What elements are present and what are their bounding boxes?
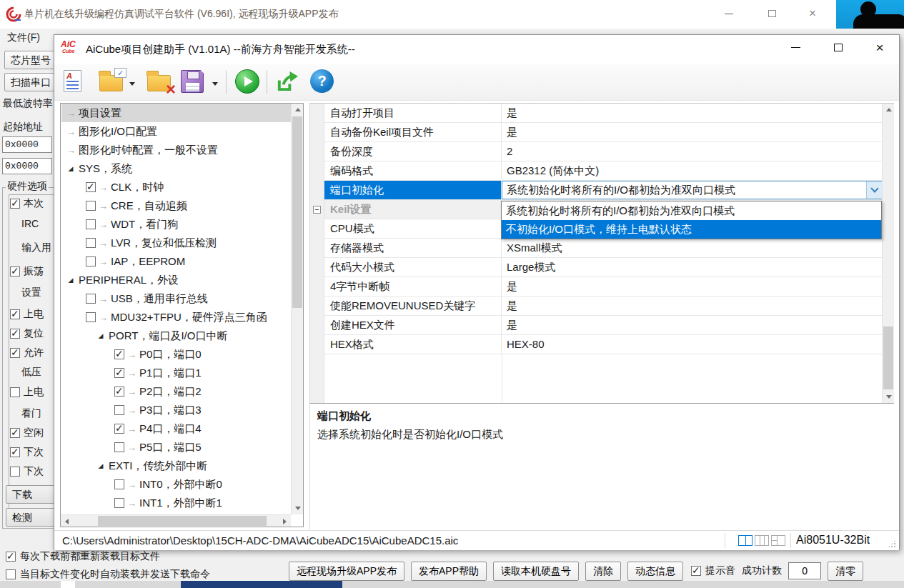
tree-checkbox[interactable] xyxy=(86,238,96,248)
open-project-button[interactable]: ✓ xyxy=(99,75,123,91)
left-panel-checkbox[interactable]: 允许 xyxy=(10,347,44,359)
tree-item[interactable]: EXTI，传统外部中断 xyxy=(61,457,292,475)
scroll-up-icon[interactable] xyxy=(292,104,304,116)
property-value[interactable]: 是 xyxy=(502,123,883,142)
export-button[interactable] xyxy=(274,70,298,94)
tree-item[interactable]: 项目设置 xyxy=(61,104,292,122)
property-label[interactable]: 自动备份Keil项目文件 xyxy=(324,123,502,142)
tree-item[interactable]: WDT，看门狗 xyxy=(61,215,292,234)
property-value[interactable]: 2 xyxy=(502,142,883,161)
grid-row[interactable]: HEX格式HEX-80 xyxy=(310,335,883,354)
tree-item[interactable]: P3口，端口3 xyxy=(61,401,292,419)
scroll-up-icon[interactable] xyxy=(883,104,894,116)
help-button[interactable]: ? xyxy=(310,69,334,93)
menu-file[interactable]: 文件(F) xyxy=(7,31,40,44)
address-field[interactable]: 0x0000 xyxy=(2,158,52,174)
checkbox-icon[interactable] xyxy=(10,266,20,276)
checkbox-icon[interactable] xyxy=(10,447,20,457)
open-dropdown-caret[interactable] xyxy=(129,82,135,86)
bottom-button[interactable]: 远程现场升级APP发布 xyxy=(289,562,404,581)
tree-checkbox[interactable] xyxy=(114,498,124,508)
tree-checkbox[interactable] xyxy=(114,349,124,359)
tree-checkbox[interactable] xyxy=(86,182,96,192)
tree-checkbox[interactable] xyxy=(114,368,124,378)
resize-grip[interactable] xyxy=(888,539,896,548)
tree-item[interactable]: 图形化时钟配置，一般不设置 xyxy=(61,141,292,159)
main-close-button[interactable]: × xyxy=(796,0,829,27)
left-panel-checkbox[interactable]: 复位 xyxy=(10,327,44,340)
combobox-dropdown-button[interactable] xyxy=(866,181,882,199)
success-count-field[interactable] xyxy=(788,562,821,579)
tree-item[interactable]: USB，通用串行总线 xyxy=(61,289,292,308)
tree-checkbox[interactable] xyxy=(114,424,124,434)
grid-row[interactable]: 代码大小模式Large模式 xyxy=(310,258,883,277)
tree-checkbox[interactable] xyxy=(114,442,124,452)
property-label[interactable]: 4字节中断帧 xyxy=(324,277,502,297)
tree-checkbox[interactable] xyxy=(86,219,96,229)
property-label[interactable]: 备份深度 xyxy=(324,142,502,161)
property-label[interactable]: Keil设置 xyxy=(324,200,502,219)
bottom-button[interactable]: 清除 xyxy=(585,562,621,581)
property-label[interactable]: 代码大小模式 xyxy=(324,258,502,277)
scrollbar-thumb[interactable] xyxy=(98,516,267,526)
dialog-minimize-button[interactable] xyxy=(780,35,811,59)
grid-row[interactable]: 自动打开项目是 xyxy=(310,104,883,123)
bottom-button[interactable]: 动态信息 xyxy=(627,562,683,581)
grid-row[interactable]: 创建HEX文件是 xyxy=(310,316,883,335)
main-minimize-button[interactable] xyxy=(712,0,745,27)
property-value[interactable]: XSmall模式 xyxy=(502,239,883,258)
property-value[interactable]: 是 xyxy=(502,316,883,335)
tree-checkbox[interactable] xyxy=(86,312,96,322)
left-panel-checkbox[interactable]: 振荡 xyxy=(10,265,44,278)
dialog-close-button[interactable]: × xyxy=(864,35,895,59)
save-project-button[interactable] xyxy=(181,70,204,93)
collapse-icon[interactable] xyxy=(313,206,321,214)
expanded-node-icon[interactable] xyxy=(66,276,76,284)
beep-checkbox[interactable]: 提示音 xyxy=(691,564,735,577)
port-init-combobox[interactable]: 系统初始化时将所有的I/O都初始为准双向口模式 xyxy=(502,181,883,199)
property-value[interactable]: 是 xyxy=(502,277,883,297)
property-label[interactable]: 使能REMOVEUNUSED关键字 xyxy=(324,297,502,316)
scroll-down-icon[interactable] xyxy=(292,502,304,514)
tree-item[interactable]: P0口，端口0 xyxy=(61,345,292,364)
tree-item[interactable]: INT1，外部中断1 xyxy=(61,494,292,512)
tree-checkbox[interactable] xyxy=(86,294,96,304)
close-project-button[interactable]: × xyxy=(147,75,171,91)
grid-row[interactable]: 备份深度2 xyxy=(310,142,883,161)
left-panel-button[interactable]: 扫描串口 xyxy=(4,73,57,91)
bottom-button[interactable]: 读取本机硬盘号 xyxy=(493,562,579,581)
property-value[interactable]: 是 xyxy=(502,104,883,123)
tree-item[interactable]: INT0，外部中断0 xyxy=(61,475,292,494)
grid-vertical-scrollbar[interactable] xyxy=(882,104,894,403)
property-value[interactable]: HEX-80 xyxy=(502,335,883,354)
checkbox-icon[interactable] xyxy=(6,552,16,562)
checkbox-icon[interactable] xyxy=(691,566,701,576)
tree-item[interactable]: CRE，自动追频 xyxy=(61,196,292,215)
property-label[interactable]: 创建HEX文件 xyxy=(324,316,502,335)
address-field[interactable]: 0x0000 xyxy=(2,136,52,153)
tree-item[interactable]: P1口，端口1 xyxy=(61,364,292,382)
reload-before-download-checkbox[interactable]: 每次下载前都重新装载目标文件 xyxy=(6,550,160,563)
tree-item[interactable]: P5口，端口5 xyxy=(61,438,292,457)
run-button[interactable] xyxy=(235,69,259,94)
left-panel-checkbox[interactable]: 本次 xyxy=(10,197,44,210)
tree-item[interactable]: P2口，端口2 xyxy=(61,382,292,401)
checkbox-icon[interactable] xyxy=(10,467,20,477)
tree-item[interactable]: PERIPHERAL，外设 xyxy=(61,271,292,289)
dropdown-item[interactable]: 系统初始化时将所有的I/O都初始为准双向口模式 xyxy=(502,201,881,220)
new-project-button[interactable] xyxy=(64,70,81,92)
layout-split-pane-icon[interactable] xyxy=(771,535,785,546)
checkbox-icon[interactable] xyxy=(6,569,16,579)
left-panel-checkbox[interactable]: 下次 xyxy=(10,446,44,459)
property-label[interactable]: 端口初始化 xyxy=(324,181,502,200)
grid-row[interactable]: 编码格式GB2312 (简体中文) xyxy=(310,161,883,181)
dialog-maximize-button[interactable] xyxy=(823,35,854,59)
scroll-down-icon[interactable] xyxy=(883,391,894,403)
property-label[interactable]: 自动打开项目 xyxy=(324,104,502,123)
property-label[interactable]: HEX格式 xyxy=(324,335,502,354)
bottom-button[interactable]: 发布APP帮助 xyxy=(411,562,487,581)
tree-horizontal-scrollbar[interactable] xyxy=(61,514,291,527)
expanded-node-icon[interactable] xyxy=(96,332,106,339)
layout-two-pane-icon[interactable] xyxy=(738,535,752,546)
grid-row[interactable]: 4字节中断帧是 xyxy=(310,277,883,297)
